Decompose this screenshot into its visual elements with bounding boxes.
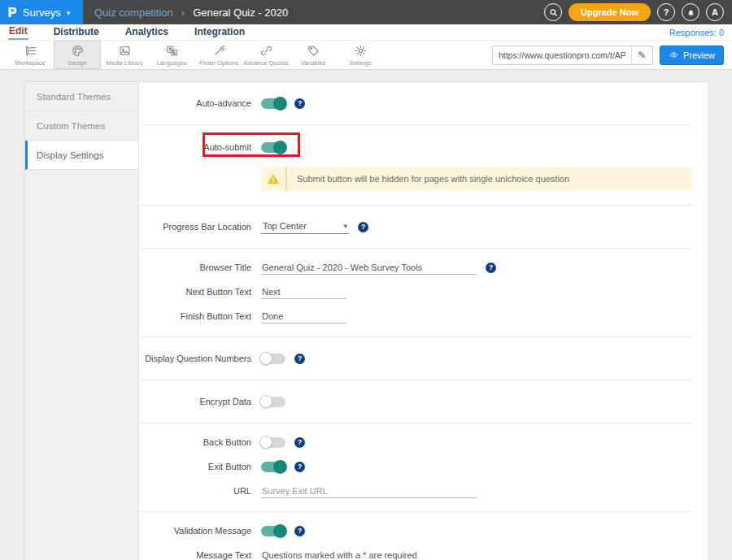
encrypt-data-toggle[interactable] [261, 397, 285, 407]
help-icon[interactable]: ? [657, 3, 675, 21]
languages-icon [165, 44, 179, 58]
browser-title-help-icon[interactable]: ? [486, 263, 496, 273]
next-button-text-input[interactable] [261, 285, 346, 299]
auto-submit-warning: Submit button will be hidden for pages w… [261, 167, 692, 191]
preview-label: Preview [683, 50, 715, 60]
search-icon[interactable] [544, 3, 562, 21]
breadcrumb: Quiz competition › General Quiz - 2020 [94, 7, 288, 19]
back-button-help-icon[interactable]: ? [294, 437, 305, 448]
toolbar-item-variables[interactable]: Variables [290, 41, 337, 69]
tab-analytics[interactable]: Analytics [124, 25, 169, 39]
toolbar-item-design[interactable]: Design [54, 41, 101, 69]
toolbar-item-finish-options[interactable]: Finish Options [195, 41, 242, 69]
survey-url-box: ✎ [492, 46, 653, 65]
warning-message: Submit button will be hidden for pages w… [287, 167, 579, 191]
responses-count[interactable]: Responses: 0 [669, 28, 724, 37]
finish-button-text-label: Finish Button Text [139, 311, 261, 321]
selected-option: Top Center [263, 221, 307, 231]
auto-submit-label: Auto-submit [139, 142, 261, 152]
display-question-numbers-toggle[interactable] [261, 354, 285, 364]
back-button-label: Back Button [139, 437, 261, 447]
user-avatar[interactable]: A [706, 3, 724, 21]
auto-advance-help-icon[interactable]: ? [294, 98, 305, 109]
toolbar-item-label: Design [68, 59, 86, 67]
sidebar-item-display-settings[interactable]: Display Settings [25, 141, 138, 170]
eye-icon [669, 50, 679, 60]
product-name: Surveys [23, 7, 61, 19]
advance-quotas-link-icon [259, 44, 273, 58]
progress-bar-help-icon[interactable]: ? [358, 222, 368, 232]
toolbar-item-advance-quotas[interactable]: Advance Quotas [242, 41, 290, 69]
toolbar-item-label: Settings [349, 59, 371, 67]
toggle-knob [273, 97, 287, 111]
toolbar-right: ✎ Preview [492, 41, 732, 69]
display-question-numbers-label: Display Question Numbers [139, 354, 261, 363]
chevron-down-icon: ▾ [67, 9, 71, 17]
section-text-fields: Browser Title ? Next Button Text Finish … [139, 249, 692, 337]
exit-url-input[interactable] [261, 484, 477, 498]
progress-bar-location-select[interactable]: Top Center ▾ [261, 219, 349, 234]
toolbar-item-label: Advance Quotas [243, 59, 288, 67]
message-text-input[interactable] [261, 549, 477, 560]
design-palette-icon [71, 44, 85, 58]
toolbar-item-label: Languages [156, 59, 186, 67]
tab-integration[interactable]: Integration [194, 25, 246, 39]
toggle-knob [273, 141, 287, 154]
toggle-knob [259, 395, 272, 408]
survey-nav-tabs: Edit Distribute Analytics Integration Re… [0, 24, 732, 40]
toolbar-item-languages[interactable]: Languages [148, 41, 195, 69]
header-actions: Upgrade Now ? A [544, 3, 732, 21]
toolbar-item-label: Finish Options [199, 59, 238, 67]
section-auto-submit: Auto-submit Submit button will be hidden… [139, 125, 692, 206]
exit-button-label: Exit Button [139, 462, 261, 471]
back-button-toggle[interactable] [261, 437, 285, 448]
breadcrumb-survey-name: General Quiz - 2020 [193, 7, 288, 19]
validation-message-toggle[interactable] [261, 526, 285, 536]
browser-title-input[interactable] [261, 261, 477, 275]
display-question-numbers-help-icon[interactable]: ? [294, 354, 305, 364]
workspace-icon [24, 44, 37, 58]
warning-triangle-icon [261, 167, 287, 191]
section-question-numbers: Display Question Numbers ? [139, 337, 692, 380]
toolbar-item-label: Variables [301, 59, 326, 67]
settings-gear-icon [354, 44, 368, 58]
dropdown-caret-icon: ▾ [343, 222, 347, 230]
auto-advance-toggle[interactable] [261, 98, 285, 109]
encrypt-data-label: Encrypt Data [139, 397, 261, 406]
toggle-knob [259, 352, 272, 365]
sidebar-item-standard-themes[interactable]: Standard Themes [25, 82, 138, 111]
exit-button-toggle[interactable] [261, 462, 285, 472]
next-button-text-label: Next Button Text [139, 287, 261, 297]
notifications-bell-icon[interactable] [682, 3, 699, 21]
app-header: P Surveys ▾ Quiz competition › General Q… [0, 0, 732, 24]
message-text-label: Message Text [139, 550, 261, 560]
edit-toolbar: Workspace Design Media Library Languages… [0, 40, 732, 70]
breadcrumb-folder[interactable]: Quiz competition [94, 7, 173, 19]
tab-distribute[interactable]: Distribute [53, 25, 100, 39]
validation-message-label: Validation Message [139, 526, 261, 536]
tab-edit[interactable]: Edit [8, 24, 28, 40]
section-navigation-buttons: Back Button ? Exit Button ? URL [139, 423, 692, 512]
upgrade-now-button[interactable]: Upgrade Now [569, 3, 651, 21]
exit-url-label: URL [139, 486, 261, 496]
variables-tag-icon [307, 44, 320, 58]
design-settings-card: Standard Themes Custom Themes Display Se… [24, 81, 709, 560]
auto-submit-toggle[interactable] [261, 142, 285, 153]
sidebar-item-custom-themes[interactable]: Custom Themes [25, 111, 138, 141]
toolbar-item-label: Media Library [106, 59, 142, 67]
toolbar-item-label: Workspace [15, 59, 45, 67]
edit-url-pencil-icon[interactable]: ✎ [631, 46, 652, 64]
preview-button[interactable]: Preview [660, 46, 724, 65]
validation-message-help-icon[interactable]: ? [294, 526, 305, 536]
finish-options-wand-icon [212, 44, 226, 58]
toggle-knob [273, 524, 287, 538]
toolbar-item-media-library[interactable]: Media Library [101, 41, 148, 69]
browser-title-label: Browser Title [139, 263, 261, 272]
toolbar-item-workspace[interactable]: Workspace [7, 41, 54, 69]
section-encrypt-data: Encrypt Data [139, 380, 692, 423]
surveys-product-menu[interactable]: P Surveys ▾ [0, 0, 83, 24]
exit-button-help-icon[interactable]: ? [294, 462, 305, 472]
finish-button-text-input[interactable] [261, 310, 346, 323]
survey-url-input[interactable] [493, 50, 631, 60]
toolbar-item-settings[interactable]: Settings [337, 41, 384, 69]
